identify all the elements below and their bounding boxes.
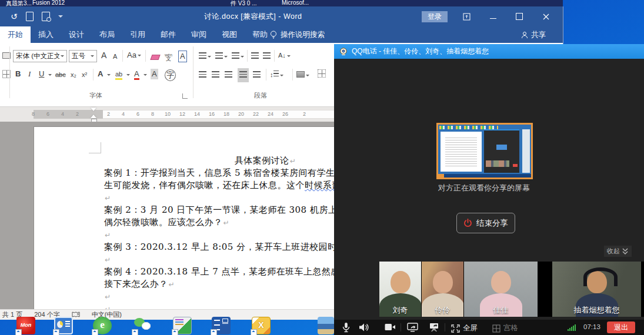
bullets-button[interactable] bbox=[199, 51, 211, 62]
tell-me-search[interactable]: 操作说明搜索 bbox=[270, 26, 325, 43]
highlight-button[interactable]: ab bbox=[115, 69, 122, 80]
character-shading-button[interactable]: A bbox=[151, 69, 158, 79]
ruler-number: 20 bbox=[238, 111, 244, 117]
distribute-button[interactable] bbox=[253, 70, 261, 81]
font-size-select[interactable]: 五号 bbox=[69, 50, 97, 62]
hanging-indent-marker[interactable] bbox=[91, 115, 96, 118]
italic-button[interactable]: I bbox=[28, 69, 31, 79]
ruler-number: 8 bbox=[32, 111, 35, 117]
desktop-shortcut-notebook[interactable] bbox=[173, 317, 192, 334]
desktop-shortcut-flowchart[interactable] bbox=[212, 317, 231, 334]
highlight-dropdown[interactable] bbox=[126, 74, 130, 76]
underline-button[interactable]: U bbox=[39, 69, 44, 79]
speaker-button[interactable] bbox=[359, 323, 369, 332]
ruler-number: 22 bbox=[253, 111, 259, 117]
tab-home[interactable]: 开始 bbox=[0, 26, 31, 43]
decrease-indent-button[interactable] bbox=[251, 51, 259, 62]
change-case-button[interactable]: Aa bbox=[127, 50, 141, 61]
multilevel-list-button[interactable] bbox=[232, 51, 244, 62]
video-tile[interactable]: 刘奇 bbox=[379, 262, 421, 317]
character-border-button[interactable]: A bbox=[178, 51, 187, 62]
font-group-label: 字体 bbox=[89, 91, 102, 100]
fullscreen-icon bbox=[451, 324, 460, 333]
background-window-title[interactable]: Fusion 2012 bbox=[32, 0, 65, 6]
clear-formatting-button[interactable] bbox=[151, 52, 159, 63]
qq-titlebar[interactable]: QQ电话 - 佳佳、伶伶、刘奇、抽着烟想着您 bbox=[334, 44, 644, 59]
shrink-font-button[interactable]: A bbox=[113, 51, 117, 62]
background-window-title[interactable]: 件 V3 0 ... bbox=[231, 0, 256, 6]
superscript-button[interactable]: x² bbox=[82, 69, 87, 80]
align-center-button[interactable] bbox=[212, 70, 219, 81]
print-preview-icon[interactable] bbox=[42, 12, 50, 21]
participant-name: 伶伶 bbox=[422, 305, 463, 316]
close-button[interactable] bbox=[539, 11, 552, 22]
grid-view-button[interactable]: 宫格 bbox=[492, 323, 518, 333]
minimize-button[interactable] bbox=[486, 11, 499, 22]
align-left-button[interactable] bbox=[199, 70, 206, 81]
desktop-shortcut-partial[interactable] bbox=[318, 317, 334, 334]
signal-strength-icon bbox=[568, 324, 576, 331]
borders-button[interactable] bbox=[318, 69, 326, 81]
background-window-title[interactable]: Microsof... bbox=[282, 0, 309, 6]
ruler-number: 2 bbox=[303, 111, 306, 117]
tab-insert[interactable]: 插入 bbox=[31, 26, 61, 43]
mini-side-panel bbox=[522, 129, 530, 173]
desktop-shortcut-wechat[interactable] bbox=[133, 317, 152, 334]
text-effects-button[interactable]: A bbox=[98, 69, 103, 79]
microphone-button[interactable] bbox=[342, 322, 351, 333]
tab-references[interactable]: 引用 bbox=[122, 26, 153, 43]
strikethrough-button[interactable]: abc bbox=[55, 69, 66, 80]
increase-indent-button[interactable] bbox=[263, 51, 271, 62]
phonetic-guide-button[interactable]: wén文 bbox=[165, 49, 172, 61]
desktop-shortcut-mon[interactable]: Mon bbox=[16, 317, 35, 334]
font-dialog-launcher[interactable] bbox=[182, 93, 188, 99]
whiteboard-share-button[interactable] bbox=[429, 323, 439, 332]
tab-view[interactable]: 视图 bbox=[214, 26, 245, 43]
fullscreen-button[interactable]: 全屏 bbox=[451, 323, 478, 333]
share-button[interactable]: 共享 bbox=[521, 26, 546, 43]
new-document-icon[interactable] bbox=[26, 12, 34, 21]
share-label: 共享 bbox=[531, 30, 546, 40]
text-effects-dropdown[interactable] bbox=[107, 74, 111, 76]
font-name-select[interactable]: 宋体 (中文正文 bbox=[13, 50, 67, 62]
enclose-characters-button[interactable]: 字 bbox=[165, 69, 176, 81]
tab-review[interactable]: 审阅 bbox=[183, 26, 214, 43]
font-color-button[interactable]: A bbox=[134, 69, 139, 80]
qat-customize-icon[interactable] bbox=[58, 15, 63, 18]
first-line-indent-marker[interactable] bbox=[91, 108, 96, 111]
bold-button[interactable]: B bbox=[15, 69, 21, 79]
justify-button[interactable] bbox=[238, 68, 249, 82]
sign-in-button[interactable]: 登录 bbox=[422, 11, 448, 22]
end-share-button[interactable]: 结束分享 bbox=[456, 213, 515, 233]
video-tile[interactable]: 佳佳 bbox=[464, 262, 538, 317]
collapse-button[interactable]: 收起 bbox=[604, 246, 632, 257]
desktop-shortcut-browser[interactable]: e bbox=[93, 317, 112, 334]
underline-dropdown[interactable] bbox=[48, 74, 52, 76]
sort-button[interactable]: A↓ bbox=[278, 50, 291, 61]
video-tile[interactable]: 伶伶 bbox=[422, 262, 463, 317]
camera-button[interactable] bbox=[385, 323, 396, 331]
numbering-button[interactable] bbox=[215, 51, 228, 62]
ruler-number: 10 bbox=[165, 111, 171, 117]
mini-taskbar bbox=[438, 174, 531, 177]
background-window-title[interactable]: 真题第3... bbox=[6, 0, 32, 6]
maximize-button[interactable] bbox=[513, 11, 526, 22]
line-spacing-button[interactable]: ↕ bbox=[270, 69, 283, 80]
tab-design[interactable]: 设计 bbox=[61, 26, 92, 43]
align-right-button[interactable] bbox=[225, 70, 232, 81]
tab-mailings[interactable]: 邮件 bbox=[153, 26, 183, 43]
desktop-shortcut-x[interactable]: X bbox=[252, 317, 271, 334]
undo-icon[interactable]: ↺ bbox=[11, 12, 18, 21]
font-color-dropdown[interactable] bbox=[144, 74, 147, 76]
shading-button[interactable] bbox=[296, 70, 309, 81]
margin-crop-mark bbox=[89, 142, 101, 153]
tab-layout[interactable]: 布局 bbox=[92, 26, 122, 43]
screen-share-button[interactable] bbox=[407, 323, 418, 332]
subscript-button[interactable]: x₂ bbox=[71, 69, 76, 80]
video-tile[interactable]: 抽着烟想着您 bbox=[552, 262, 641, 317]
desktop-shortcut-panel[interactable] bbox=[54, 317, 73, 334]
ribbon-display-options-button[interactable] bbox=[460, 11, 473, 22]
exit-call-button[interactable]: 退出 bbox=[607, 321, 635, 333]
grow-font-button[interactable]: A bbox=[101, 50, 106, 61]
screen-share-thumbnail[interactable] bbox=[436, 123, 533, 179]
